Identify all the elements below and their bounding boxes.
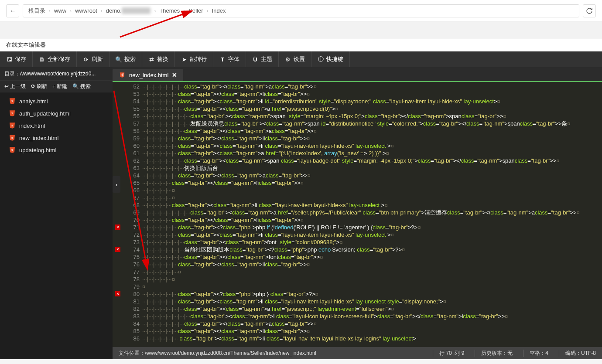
save-button[interactable]: 🖫保存 — [0, 51, 33, 67]
html-icon: 5 — [119, 71, 126, 78]
replace-button[interactable]: ⇄替换 — [142, 51, 175, 67]
breadcrumb-item[interactable]: demo.x — [106, 7, 151, 14]
replace-icon: ⇄ — [148, 56, 154, 62]
line-gutter: 5253545556575859606162636465666768697071… — [113, 82, 142, 347]
file-name: analys.html — [19, 98, 48, 105]
settings-button[interactable]: ⚙设置 — [279, 51, 311, 67]
top-bar: ← 根目录› www› wwwroot› demo.x› Themes› Sel… — [0, 0, 602, 22]
search-icon: 🔍 — [116, 56, 122, 62]
breadcrumb-item[interactable]: wwwroot — [75, 7, 97, 14]
shortcut-button[interactable]: ⓘ快捷键 — [311, 51, 350, 67]
refresh-button[interactable]: ⟳刷新 — [77, 51, 109, 67]
reload-button[interactable] — [583, 4, 596, 17]
file-name: auth_updatelog.html — [19, 110, 71, 117]
new-button[interactable]: + 新建 — [52, 83, 67, 90]
sidebar-path: 目录：/www/wwwroot/demo.ynjdzzd0... — [0, 67, 113, 80]
tab-label: new_index.html — [129, 72, 168, 78]
save-icon: 🖫 — [6, 56, 12, 62]
info-icon: ⓘ — [318, 56, 324, 62]
sidebar: 目录：/www/wwwroot/demo.ynjdzzd0... ↩ 上一级 ⟳… — [0, 67, 113, 359]
nav-back-button[interactable]: ← — [6, 4, 19, 17]
goto-button[interactable]: ➤跳转行 — [175, 51, 213, 67]
file-name: new_index.html — [19, 135, 58, 141]
status-cursor: 行 70 ,列 9 — [433, 350, 464, 357]
toolbar: 🖫保存 🗎全部保存 ⟳刷新 🔍搜索 ⇄替换 ➤跳转行 T字体 Ü主题 ⚙设置 ⓘ… — [0, 51, 602, 67]
tab-new-index[interactable]: 5 new_index.html ✕ — [113, 69, 183, 82]
tab-bar: 5 new_index.html ✕ — [113, 67, 602, 82]
html-icon: 5 — [9, 122, 16, 129]
breadcrumb-item[interactable]: Themes — [159, 7, 180, 14]
editor-area: ‹ 5 new_index.html ✕ 5253545556575859606… — [113, 67, 602, 359]
theme-button[interactable]: Ü主题 — [246, 51, 279, 67]
font-icon: T — [219, 56, 226, 62]
sidebar-actions: ↩ 上一级 ⟳ 刷新 + 新建 🔍 搜索 — [0, 80, 113, 92]
breadcrumb-item[interactable]: Seller — [188, 7, 203, 14]
file-item[interactable]: 5updatelog.html — [0, 144, 113, 156]
sidebar-refresh-button[interactable]: ⟳ 刷新 — [31, 83, 47, 90]
status-path: 文件位置：/www/wwwroot/demo.ynjdzzd008.cn/The… — [119, 350, 422, 357]
close-tab-button[interactable]: ✕ — [172, 71, 177, 78]
font-button[interactable]: T字体 — [213, 51, 246, 67]
sidebar-search-button[interactable]: 🔍 搜索 — [72, 83, 91, 90]
breadcrumb-item[interactable]: Index — [212, 7, 226, 14]
refresh-icon: ⟳ — [83, 56, 89, 62]
html-icon: 5 — [9, 134, 16, 141]
html-icon: 5 — [9, 98, 16, 105]
file-item[interactable]: 5analys.html — [0, 95, 113, 107]
goto-icon: ➤ — [181, 56, 187, 62]
html-icon: 5 — [9, 110, 16, 117]
breadcrumb-item[interactable]: www — [54, 7, 66, 14]
up-button[interactable]: ↩ 上一级 — [4, 83, 26, 90]
theme-icon: Ü — [252, 56, 258, 62]
file-item[interactable]: 5index.html — [0, 119, 113, 132]
status-bar: 文件位置：/www/wwwroot/demo.ynjdzzd008.cn/The… — [113, 347, 602, 359]
save-all-button[interactable]: 🗎全部保存 — [33, 51, 77, 67]
file-list: 5analys.html5auth_updatelog.html5index.h… — [0, 92, 113, 359]
editor-title: 在线文本编辑器 — [0, 39, 602, 51]
secondary-bar — [0, 22, 602, 39]
html-icon: 5 — [9, 146, 16, 153]
status-history: 历史版本：无 — [475, 350, 513, 357]
file-name: updatelog.html — [19, 147, 56, 153]
svg-text:5: 5 — [122, 74, 123, 76]
file-item[interactable]: 5auth_updatelog.html — [0, 107, 113, 119]
status-indent: 空格：4 — [523, 350, 548, 357]
gear-icon: ⚙ — [285, 56, 291, 62]
collapse-sidebar-button[interactable]: ‹ — [113, 176, 120, 193]
file-item[interactable]: 5new_index.html — [0, 132, 113, 144]
main-area: 目录：/www/wwwroot/demo.ynjdzzd0... ↩ 上一级 ⟳… — [0, 67, 602, 359]
breadcrumb-item[interactable]: 根目录 — [28, 7, 45, 15]
code-content[interactable]: ···|···|···|···|···|···|···class="tag-br… — [142, 82, 602, 347]
search-button[interactable]: 🔍搜索 — [109, 51, 142, 67]
save-all-icon: 🗎 — [39, 56, 45, 62]
breadcrumb: 根目录› www› wwwroot› demo.x› Themes› Selle… — [23, 4, 579, 17]
status-encoding: 编码：UTF-8 — [559, 350, 596, 357]
file-name: index.html — [19, 122, 45, 129]
code-pane[interactable]: 5253545556575859606162636465666768697071… — [113, 82, 602, 347]
